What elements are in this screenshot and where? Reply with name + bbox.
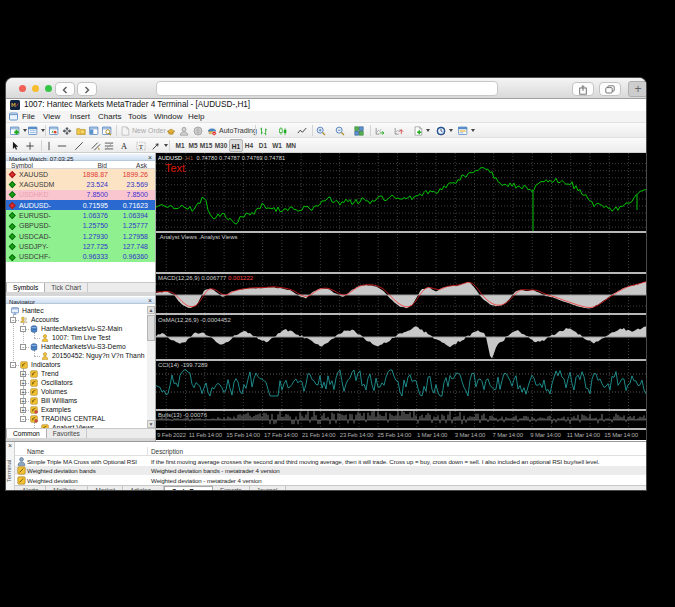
navigator-button[interactable] xyxy=(76,124,86,137)
tile-windows-button[interactable] xyxy=(354,124,364,137)
market-watch-button[interactable] xyxy=(49,124,59,137)
terminal-tab-mailbox[interactable]: Mailbox xyxy=(46,486,88,490)
vline-button[interactable] xyxy=(44,139,54,152)
close-window-button[interactable] xyxy=(19,85,26,92)
expand-icon[interactable]: + xyxy=(20,389,26,395)
menu-insert[interactable]: Insert xyxy=(70,112,90,121)
navigator-tab-common[interactable]: Common xyxy=(6,429,47,438)
crosshair-button[interactable] xyxy=(25,139,35,152)
market-watch-row-usdchf[interactable]: USDCHF-0.963330.96360 xyxy=(6,252,155,262)
collapse-icon[interactable]: - xyxy=(20,344,26,350)
label-button[interactable]: T xyxy=(136,139,146,152)
codebase-row[interactable]: Weighted deviation bandsWeighted deviati… xyxy=(15,466,646,476)
expert-advisors-button[interactable] xyxy=(179,124,189,137)
terminal-tab-alerts[interactable]: Alerts xyxy=(15,486,46,490)
auto-scroll-button[interactable] xyxy=(375,124,385,137)
terminal-tab-journal[interactable]: Journal xyxy=(250,486,286,490)
codebase-row[interactable]: Simple Triple MA Cross with Optional RSI… xyxy=(15,456,646,466)
market-watch-row-xauusd[interactable]: XAUUSD1898.871899.26 xyxy=(6,169,155,179)
chart-area[interactable]: AUDUSD-,H1 0.74780 0.74787 0.74769 0.747… xyxy=(156,153,646,440)
terminal-tab-market[interactable]: Market xyxy=(88,486,123,490)
timeframe-mn-button[interactable]: MN xyxy=(284,139,298,152)
tree-item-20150452-nguy-n-v-n-thanh[interactable]: 20150452: Nguy?n V?n Thanh xyxy=(6,351,147,360)
terminal-close-icon[interactable]: × xyxy=(8,442,12,449)
web-terminal-button[interactable] xyxy=(193,124,203,137)
tree-item-hantec[interactable]: Hantec xyxy=(6,306,147,315)
forward-button[interactable] xyxy=(77,82,97,96)
mql-editor-button[interactable] xyxy=(166,124,176,137)
collapse-icon[interactable]: - xyxy=(10,317,16,323)
market-watch-tab-symbols[interactable]: Symbols xyxy=(6,283,45,292)
hline-button[interactable] xyxy=(57,139,67,152)
expand-icon[interactable]: + xyxy=(20,407,26,413)
tree-item-accounts[interactable]: -Accounts xyxy=(6,315,147,324)
scrollbar-thumb[interactable] xyxy=(147,315,155,341)
strategy-tester-button[interactable] xyxy=(102,124,112,137)
back-button[interactable] xyxy=(55,82,75,96)
candle-chart-button[interactable] xyxy=(278,124,288,137)
tree-item-oscillators[interactable]: +Oscillators xyxy=(6,378,147,387)
channel-button[interactable] xyxy=(91,139,101,152)
timeframe-m1-button[interactable]: M1 xyxy=(173,139,187,152)
data-window-button[interactable] xyxy=(62,124,72,137)
market-watch-row-xagusdm[interactable]: XAGUSDM23.52423.569 xyxy=(6,179,155,189)
bar-chart-button[interactable] xyxy=(259,124,269,137)
minimize-window-button[interactable] xyxy=(32,85,39,92)
shapes-button[interactable] xyxy=(151,139,168,152)
tree-item-hantecmarketsvu-s2-main[interactable]: -HantecMarketsVu-S2-Main xyxy=(6,324,147,333)
market-watch-close-icon[interactable]: × xyxy=(148,154,152,161)
scroll-up-icon[interactable]: ▲ xyxy=(147,306,155,314)
terminal-tab-experts[interactable]: Experts xyxy=(213,486,250,490)
zoom-in-button[interactable] xyxy=(316,124,326,137)
tree-item-trend[interactable]: +Trend xyxy=(6,369,147,378)
collapse-icon[interactable]: - xyxy=(20,326,26,332)
terminal-tab-code-base[interactable]: Code Base xyxy=(164,486,213,490)
tree-item-hantecmarketsvu-s3-demo[interactable]: -HantecMarketsVu-S3-Demo xyxy=(6,342,147,351)
tree-item-indicators[interactable]: -Indicators xyxy=(6,360,147,369)
tree-item-examples[interactable]: +Examples xyxy=(6,405,147,414)
share-button[interactable] xyxy=(572,82,594,96)
tree-item-bill-williams[interactable]: +Bill Williams xyxy=(6,396,147,405)
timeframe-m5-button[interactable]: M5 xyxy=(186,139,200,152)
menu-window[interactable]: Window xyxy=(154,112,182,121)
tree-item-volumes[interactable]: +Volumes xyxy=(6,387,147,396)
collapse-icon[interactable]: - xyxy=(20,416,26,422)
expand-icon[interactable]: + xyxy=(20,380,26,386)
market-watch-row-usdhkd[interactable]: USDHKD7.85007.8500 xyxy=(6,190,155,200)
timeframe-h4-button[interactable]: H4 xyxy=(242,139,256,152)
timeframe-w1-button[interactable]: W1 xyxy=(270,139,284,152)
collapse-icon[interactable]: - xyxy=(10,362,16,368)
address-bar[interactable] xyxy=(156,81,498,96)
indicators-button[interactable] xyxy=(413,124,430,137)
navigator-header[interactable]: Navigator × xyxy=(6,296,155,304)
text-annotation[interactable]: Text xyxy=(165,162,185,174)
chart-shift-button[interactable] xyxy=(394,124,404,137)
tree-item-trading-central[interactable]: -TRADING CENTRAL xyxy=(6,414,147,423)
periods-button[interactable] xyxy=(436,124,453,137)
timeframe-h1-button[interactable]: H1 xyxy=(229,139,243,152)
scroll-down-icon[interactable]: ▼ xyxy=(147,420,155,428)
line-chart-button[interactable] xyxy=(297,124,307,137)
navigator-close-icon[interactable]: × xyxy=(148,297,152,304)
expand-icon[interactable]: + xyxy=(20,398,26,404)
market-watch-row-audusd[interactable]: AUDUSD-0.715950.71623 xyxy=(6,200,155,210)
tree-item-1007-tim-live-test[interactable]: 1007: Tim Live Test xyxy=(6,333,147,342)
menu-tools[interactable]: Tools xyxy=(128,112,147,121)
show-all-tabs-button[interactable] xyxy=(599,82,621,96)
zoom-out-button[interactable] xyxy=(335,124,345,137)
mac-titlebar[interactable]: + xyxy=(6,78,646,99)
menu-help[interactable]: Help xyxy=(188,112,204,121)
timeframe-d1-button[interactable]: D1 xyxy=(256,139,270,152)
market-watch-row-usdcad[interactable]: USDCAD-1.279301.27958 xyxy=(6,231,155,241)
market-watch-row-gbpusd[interactable]: GBPUSD-1.257501.25777 xyxy=(6,221,155,231)
market-watch-row-usdjpy[interactable]: USDJPY-127.725127.748 xyxy=(6,241,155,251)
fibonacci-button[interactable] xyxy=(104,139,114,152)
new-chart-button[interactable] xyxy=(10,124,27,137)
market-watch-tab-tick-chart[interactable]: Tick Chart xyxy=(45,283,88,292)
navigator-tab-favorites[interactable]: Favorites xyxy=(47,429,87,438)
timeframe-m30-button[interactable]: M30 xyxy=(214,139,228,152)
menu-charts[interactable]: Charts xyxy=(98,112,122,121)
autotrading-button[interactable]: AutoTrading xyxy=(207,124,257,137)
profiles-button[interactable] xyxy=(28,124,45,137)
templates-button[interactable] xyxy=(458,124,475,137)
